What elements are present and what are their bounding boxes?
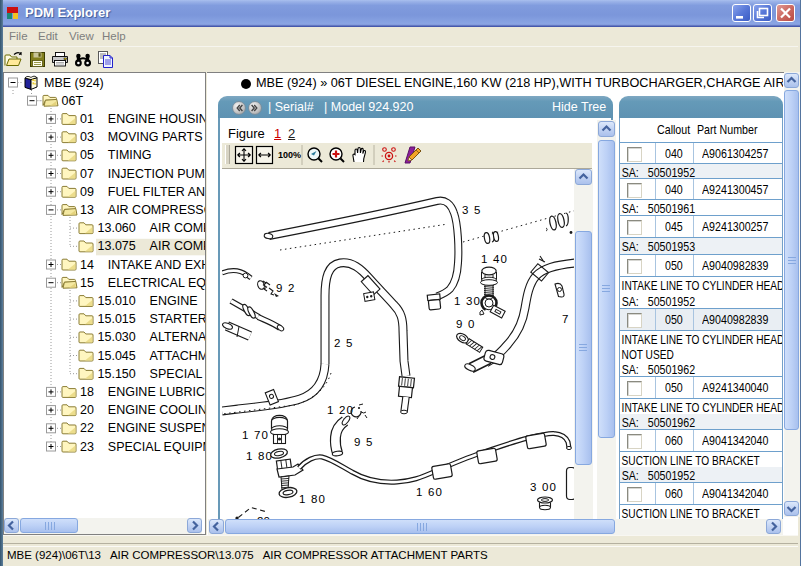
svg-text:100%: 100% [278,150,301,160]
svg-text:2 5: 2 5 [334,337,354,349]
svg-text:1 80: 1 80 [299,493,326,505]
svg-text:1 70: 1 70 [242,429,269,441]
svg-text:1 60: 1 60 [416,486,443,498]
svg-text:1 40: 1 40 [481,253,508,265]
svg-text:1 20: 1 20 [327,404,354,416]
svg-text:9 2: 9 2 [276,282,296,294]
svg-text:7: 7 [562,313,568,325]
svg-text:1 80: 1 80 [246,450,273,462]
svg-text:9 5: 9 5 [354,436,374,448]
svg-text:3 5: 3 5 [462,204,482,216]
svg-text:3 00: 3 00 [530,481,557,493]
svg-text:1 30: 1 30 [454,295,481,307]
svg-text:9 0: 9 0 [456,318,476,330]
